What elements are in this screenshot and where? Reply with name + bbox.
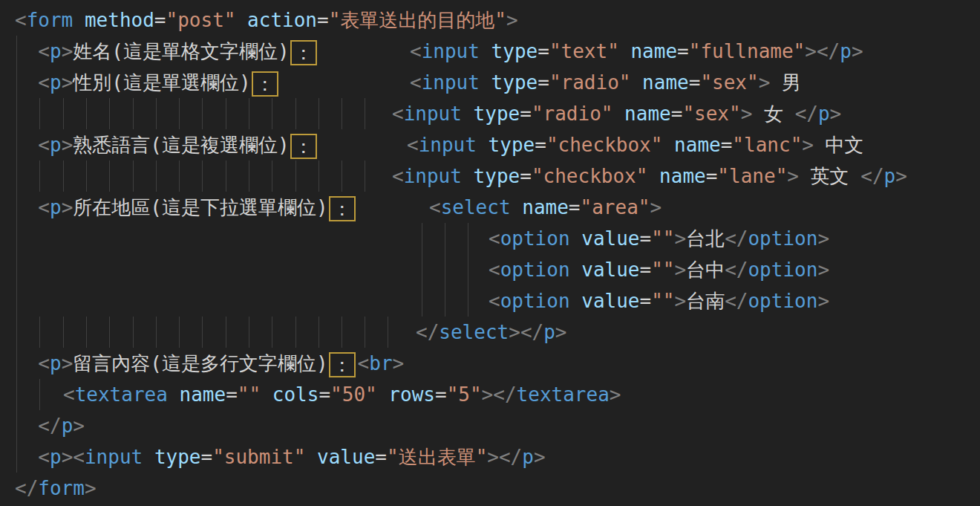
code-token-text bbox=[143, 446, 154, 468]
code-token-tag: option bbox=[748, 259, 817, 281]
code-token-punct: > bbox=[610, 383, 621, 406]
code-token-punct: </ bbox=[725, 290, 748, 312]
code-token-attr: type bbox=[489, 134, 535, 156]
code-token-text: 性別(這是單選欄位) bbox=[73, 71, 250, 94]
code-line[interactable]: <option value="">台中</option> bbox=[0, 254, 980, 285]
indent-guide bbox=[39, 160, 40, 192]
code-line[interactable]: </p> bbox=[0, 410, 980, 441]
code-token-text: 台北 bbox=[686, 227, 725, 250]
code-token-punct: < bbox=[38, 71, 50, 94]
code-line[interactable]: <p>姓名(這是單格文字欄位)：<input type="text" name=… bbox=[0, 36, 980, 67]
code-line[interactable]: <p>留言內容(這是多行文字欄位)：<br> bbox=[0, 348, 980, 379]
code-token-punct: < bbox=[392, 165, 404, 187]
code-token-str: "" bbox=[651, 227, 674, 250]
code-segment: <input type="text" name="fullname"></p> bbox=[410, 36, 863, 67]
code-token-punct: > bbox=[534, 446, 546, 468]
code-token-attr: value bbox=[581, 259, 639, 281]
code-token-tag: p bbox=[50, 71, 62, 94]
code-line[interactable]: <p>熟悉語言(這是複選欄位)：<input type="checkbox" n… bbox=[0, 129, 980, 160]
code-token-text bbox=[15, 415, 38, 437]
code-token-punct: < bbox=[489, 290, 500, 312]
code-token-text bbox=[662, 134, 674, 156]
code-segment: <form method="post" action="表單送出的目的地"> bbox=[15, 9, 518, 31]
indent-guide bbox=[272, 98, 272, 129]
code-token-punct: > bbox=[802, 134, 814, 156]
code-segment: <textarea name="" cols="50" rows="5"></t… bbox=[63, 379, 621, 410]
code-token-text: = bbox=[538, 40, 549, 62]
code-line[interactable]: <p><input type="submit" value="送出表單"></p… bbox=[0, 441, 980, 473]
code-token-text bbox=[15, 40, 38, 62]
code-token-text bbox=[612, 103, 624, 125]
code-token-punct: > bbox=[852, 40, 863, 62]
code-token-attr: type bbox=[474, 165, 520, 187]
code-token-punct: > bbox=[805, 40, 817, 62]
code-segment: <input type="checkbox" name="lanc"> 中文 bbox=[407, 129, 864, 160]
code-token-punct: < bbox=[63, 383, 75, 406]
code-token-attr: name bbox=[674, 134, 721, 156]
code-line[interactable]: </select></p> bbox=[0, 317, 980, 348]
code-token-text: 熟悉語言(這是複選欄位) bbox=[73, 134, 289, 156]
code-line[interactable]: <option value="">台南</option> bbox=[0, 285, 980, 317]
code-token-tag: input bbox=[419, 134, 477, 156]
code-token-text bbox=[647, 165, 659, 187]
code-token-attr: value bbox=[581, 290, 639, 312]
unicode-highlight-colon: ： bbox=[329, 352, 356, 377]
code-token-punct: > bbox=[674, 227, 686, 250]
code-editor[interactable]: <form method="post" action="表單送出的目的地"> <… bbox=[0, 0, 980, 506]
indent-guide bbox=[109, 317, 110, 348]
indent-guide bbox=[16, 317, 17, 348]
indent-guide bbox=[272, 317, 272, 348]
code-line[interactable]: <textarea name="" cols="50" rows="5"></t… bbox=[0, 379, 980, 410]
code-token-text bbox=[377, 383, 389, 406]
indent-guide bbox=[249, 98, 249, 129]
indent-guide bbox=[365, 317, 365, 348]
code-segment: <p>留言內容(這是多行文字欄位)：<br> bbox=[15, 352, 404, 374]
code-line[interactable]: </form> bbox=[0, 473, 980, 504]
indent-guide bbox=[16, 129, 17, 160]
code-token-tag: input bbox=[422, 71, 480, 94]
unicode-highlight-colon: ： bbox=[290, 134, 317, 159]
code-token-str: "sex" bbox=[700, 71, 758, 94]
code-token-punct: > bbox=[817, 290, 829, 312]
indent-guide bbox=[295, 160, 296, 192]
code-token-punct: > bbox=[674, 290, 686, 312]
code-token-punct: < bbox=[38, 352, 50, 374]
code-segment: <p>性別(這是單選欄位)： bbox=[15, 71, 281, 94]
code-token-str: "" bbox=[651, 259, 674, 281]
code-token-text: = bbox=[677, 40, 689, 62]
indent-guide bbox=[342, 160, 342, 192]
code-token-text: = bbox=[535, 134, 546, 156]
code-token-punct: > bbox=[487, 446, 499, 468]
code-token-text bbox=[619, 40, 631, 62]
code-token-tag: p bbox=[50, 134, 62, 156]
code-token-punct: > bbox=[674, 259, 686, 281]
code-token-str: "lane" bbox=[717, 165, 787, 187]
code-line[interactable]: <p>所在地區(這是下拉選單欄位)：<select name="area"> bbox=[0, 192, 980, 223]
code-line[interactable]: <p>性別(這是單選欄位)：<input type="radio" name="… bbox=[0, 67, 980, 98]
code-line[interactable]: <option value="">台北</option> bbox=[0, 223, 980, 254]
code-token-attr: cols bbox=[272, 383, 319, 406]
code-token-punct: </ bbox=[520, 321, 543, 343]
code-token-str: "radio" bbox=[549, 71, 631, 94]
code-line[interactable]: <input type="checkbox" name="lane"> 英文 <… bbox=[0, 160, 980, 192]
indent-guide bbox=[63, 317, 64, 348]
indent-guide bbox=[16, 285, 17, 317]
code-token-tag: p bbox=[884, 165, 896, 187]
indent-guide bbox=[249, 317, 249, 348]
code-token-text: = bbox=[154, 9, 166, 31]
code-token-punct: > bbox=[759, 71, 771, 94]
code-token-str: "fullname" bbox=[689, 40, 806, 62]
code-segment: <option value="">台南</option> bbox=[489, 285, 829, 317]
unicode-highlight-colon: ： bbox=[252, 71, 278, 97]
code-token-text: = bbox=[640, 290, 652, 312]
code-token-tag: p bbox=[50, 40, 62, 62]
code-token-text: 男 bbox=[770, 71, 801, 94]
code-token-text: 姓名(這是單格文字欄位) bbox=[73, 40, 289, 62]
code-token-punct: > bbox=[817, 259, 829, 281]
code-token-punct: > bbox=[73, 415, 85, 437]
indent-guide bbox=[39, 98, 40, 129]
code-token-punct: </ bbox=[493, 383, 516, 406]
code-line[interactable]: <form method="post" action="表單送出的目的地"> bbox=[0, 4, 980, 36]
code-line[interactable]: <input type="radio" name="sex"> 女 </p> bbox=[0, 98, 980, 129]
indent-guide bbox=[16, 98, 17, 129]
